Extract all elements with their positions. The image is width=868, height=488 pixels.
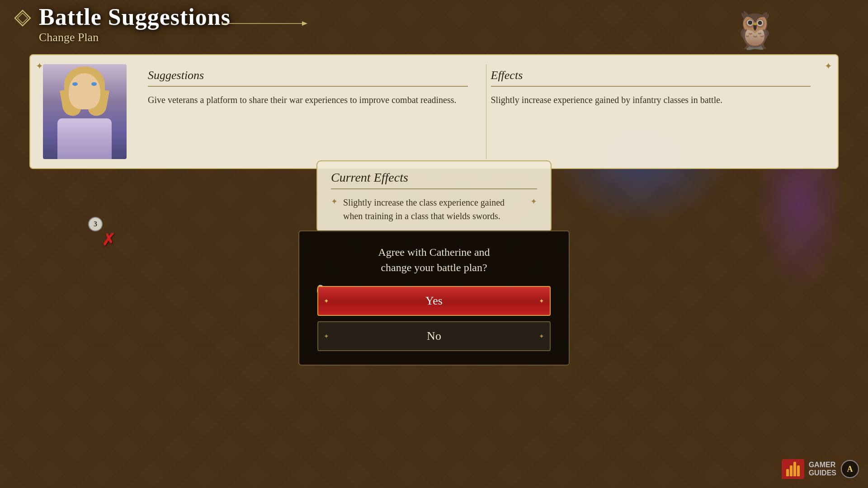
avatar-background xyxy=(43,64,127,159)
char-head xyxy=(69,73,100,109)
header: Battle Suggestions Change Plan xyxy=(0,0,868,50)
character-avatar xyxy=(39,64,130,159)
header-diamond-icon xyxy=(14,9,32,27)
logo-text: GAMER GUIDES xyxy=(809,461,836,477)
suggestions-text: Give veterans a platform to share their … xyxy=(148,93,468,107)
page-subtitle: Change Plan xyxy=(39,31,231,44)
char-body xyxy=(57,118,112,159)
page-title: Battle Suggestions xyxy=(39,5,231,29)
number-badge: 3 xyxy=(88,217,103,231)
suggestions-column: Suggestions Give veterans a platform to … xyxy=(143,64,486,159)
yes-button[interactable]: Yes xyxy=(317,286,551,316)
svg-marker-4 xyxy=(302,21,307,26)
avatar-portrait xyxy=(43,64,127,159)
effects-column: Effects Slightly increase experience gai… xyxy=(486,64,825,159)
char-face xyxy=(69,73,100,109)
header-arrow xyxy=(222,19,321,28)
panel-star-tr: ✦ xyxy=(825,61,832,71)
current-effects-title: Current Effects xyxy=(331,170,537,189)
effects-star-right: ✦ xyxy=(530,197,537,206)
confirm-dialog: Agree with Catherine and change your bat… xyxy=(298,230,570,366)
current-effects-panel: Current Effects ✦ Slightly increase the … xyxy=(316,160,552,233)
no-button[interactable]: No xyxy=(317,321,551,351)
logo-bars xyxy=(782,459,804,479)
controller-button-a[interactable]: A xyxy=(841,460,859,478)
battle-marker: ✗ xyxy=(102,230,115,249)
effects-label: Effects xyxy=(491,69,811,87)
panel-columns: Suggestions Give veterans a platform to … xyxy=(143,64,824,159)
current-effects-content: ✦ Slightly increase the class experience… xyxy=(331,196,537,223)
logo-watermark: GAMER GUIDES A xyxy=(782,459,859,479)
confirm-question: Agree with Catherine and change your bat… xyxy=(317,245,551,275)
suggestions-label: Suggestions xyxy=(148,69,468,87)
current-effects-wrapper: Current Effects ✦ Slightly increase the … xyxy=(316,160,552,233)
effects-text: Slightly increase experience gained by i… xyxy=(491,93,811,107)
effects-star-left: ✦ xyxy=(331,197,338,206)
current-effects-text: Slightly increase the class experience g… xyxy=(343,196,525,223)
header-text-group: Battle Suggestions Change Plan xyxy=(39,5,231,44)
suggestion-panel: ✦ ✦ Suggestions Give vetera xyxy=(29,54,839,169)
